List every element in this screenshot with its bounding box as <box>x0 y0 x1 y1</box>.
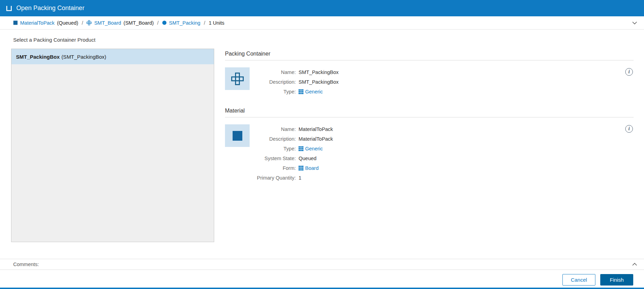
field-row-type: Type: Generic <box>252 144 333 154</box>
dialog-title: Open Packing Container <box>16 5 84 12</box>
packing-box-thumbnail <box>225 67 250 90</box>
field-label: Name: <box>252 124 296 134</box>
breadcrumb-board-suffix: (SMT_Board) <box>124 20 154 26</box>
board-icon <box>86 20 92 25</box>
field-label: Description: <box>252 134 296 144</box>
field-row-name: Name: SMT_PackingBox <box>252 67 338 77</box>
field-value: MaterialToPack <box>299 124 333 134</box>
field-label: Description: <box>252 77 296 87</box>
breadcrumb: MaterialToPack (Queued) / SMT_Board (SMT… <box>0 16 644 30</box>
comments-label: Comments: <box>13 262 39 267</box>
field-label: Type: <box>252 87 296 97</box>
breadcrumb-board-link[interactable]: SMT_Board <box>94 20 121 26</box>
field-label: Name: <box>252 67 296 77</box>
packing-container-section: Packing Container Name: SMT_PackingBox <box>225 51 634 97</box>
breadcrumb-separator: / <box>157 20 159 26</box>
field-label: Type: <box>252 144 296 154</box>
material-fields: Name: MaterialToPack Description: Materi… <box>252 124 333 183</box>
info-icon[interactable]: i <box>625 68 633 76</box>
material-thumbnail <box>225 124 250 147</box>
field-row-description: Description: MaterialToPack <box>252 134 333 144</box>
breadcrumb-packing-link[interactable]: SMT_Packing <box>169 20 200 26</box>
field-row-name: Name: MaterialToPack <box>252 124 333 134</box>
material-form-link[interactable]: Board <box>305 163 319 173</box>
packing-container-fields: Name: SMT_PackingBox Description: SMT_Pa… <box>252 67 338 97</box>
field-value: SMT_PackingBox <box>299 77 338 87</box>
container-type-link[interactable]: Generic <box>305 87 323 97</box>
field-row-form: Form: Board <box>252 163 333 173</box>
field-value: 1 <box>299 173 301 183</box>
field-row-type: Type: Generic <box>252 87 338 97</box>
material-type-link[interactable]: Generic <box>305 144 323 154</box>
open-container-icon <box>6 5 12 12</box>
field-value: Queued <box>299 154 317 163</box>
breadcrumb-material-link[interactable]: MaterialToPack <box>20 20 55 26</box>
breadcrumb-separator: / <box>204 20 205 26</box>
field-row-system-state: System State: Queued <box>252 154 333 163</box>
breadcrumb-material-state: (Queued) <box>57 20 78 26</box>
dialog-header: Open Packing Container <box>0 0 644 16</box>
grid-icon <box>299 166 303 171</box>
material-title: Material <box>225 108 634 117</box>
comments-bar: Comments: <box>0 259 644 270</box>
chevron-up-icon[interactable] <box>632 261 638 267</box>
grid-icon <box>299 89 303 94</box>
window-bottom-border <box>0 288 644 289</box>
chevron-down-icon[interactable] <box>632 20 638 26</box>
info-icon[interactable]: i <box>625 125 633 133</box>
field-row-description: Description: SMT_PackingBox <box>252 77 338 87</box>
material-section: Material Name: MaterialToPack Descriptio… <box>225 108 634 183</box>
field-value: MaterialToPack <box>299 134 333 144</box>
packing-container-product-list: SMT_PackingBox (SMT_PackingBox) <box>11 49 214 242</box>
field-label: System State: <box>252 154 296 163</box>
finish-button[interactable]: Finish <box>600 274 633 286</box>
field-label: Form: <box>252 163 296 173</box>
list-item-smt-packingbox[interactable]: SMT_PackingBox (SMT_PackingBox) <box>11 49 214 64</box>
material-square-icon <box>13 20 18 25</box>
product-suffix: (SMT_PackingBox) <box>61 54 106 60</box>
dialog-footer: Cancel Finish <box>0 272 644 288</box>
operation-circle-icon <box>162 20 167 25</box>
packing-container-title: Packing Container <box>225 51 634 60</box>
field-label: Primary Quantity: <box>252 173 296 183</box>
cancel-button[interactable]: Cancel <box>562 274 595 286</box>
breadcrumb-units: 1 Units <box>209 20 224 26</box>
field-value: SMT_PackingBox <box>299 67 338 77</box>
field-row-primary-quantity: Primary Quantity: 1 <box>252 173 333 183</box>
details-panel: Packing Container Name: SMT_PackingBox <box>225 51 634 194</box>
grid-icon <box>299 146 303 151</box>
product-name: SMT_PackingBox <box>16 54 60 60</box>
select-product-label: Select a Packing Container Product <box>13 37 95 43</box>
open-packing-container-dialog: Open Packing Container MaterialToPack (Q… <box>0 0 644 289</box>
breadcrumb-separator: / <box>82 20 83 26</box>
